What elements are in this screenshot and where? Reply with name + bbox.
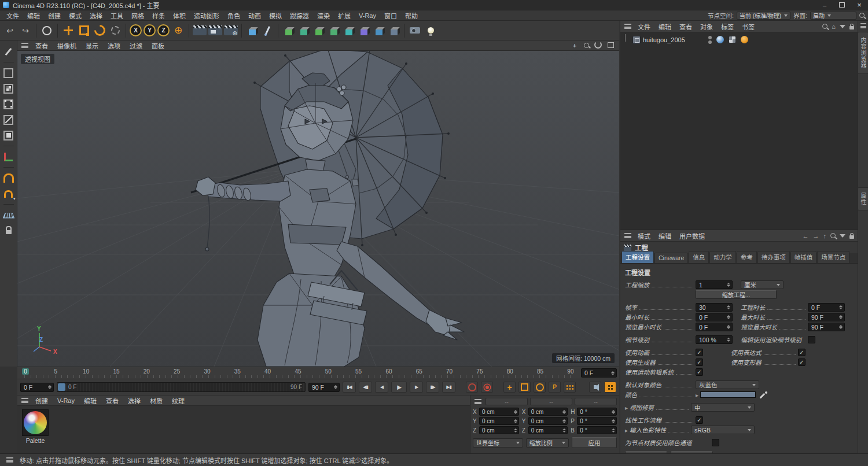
position-x-field[interactable]: 0 cm xyxy=(479,408,519,416)
mat-menu-create[interactable]: 创建 xyxy=(31,396,52,405)
tab-dynamics[interactable]: 动力学 xyxy=(709,251,736,263)
enable-snap-icon[interactable] xyxy=(2,172,15,184)
size-x-field[interactable]: 0 cm xyxy=(528,408,568,416)
am-menu-userdata[interactable]: 用户数据 xyxy=(676,231,708,241)
am-search-icon[interactable] xyxy=(830,233,836,238)
add-array-icon[interactable] xyxy=(311,23,326,38)
use-generators-checkbox[interactable] xyxy=(696,358,703,366)
viewport-rotate-icon[interactable] xyxy=(594,41,602,50)
add-subdivision-surface-icon[interactable] xyxy=(281,23,296,38)
lod-field[interactable]: 100 % xyxy=(696,335,733,344)
rotation-b-field[interactable]: 0 ° xyxy=(577,426,617,434)
am-up-icon[interactable]: ↑ xyxy=(823,232,827,239)
render-lod-checkbox[interactable] xyxy=(808,336,815,343)
point-mode-icon[interactable] xyxy=(2,98,15,110)
om-lock-icon[interactable] xyxy=(849,26,854,29)
view-clipping-expander-icon[interactable] xyxy=(625,404,630,411)
om-menu-edit[interactable]: 编辑 xyxy=(655,22,675,31)
vp-menu-options[interactable]: 选项 xyxy=(104,41,124,50)
render-view-icon[interactable] xyxy=(192,23,207,38)
viewport-canvas[interactable]: Y X Z 透视视图 网格间隔: 10000 cm xyxy=(17,51,619,367)
dock-tab-attributes[interactable]: 属性 xyxy=(858,187,868,210)
uvw-tag-icon[interactable] xyxy=(729,36,736,43)
attribute-menu-icon[interactable] xyxy=(624,233,631,238)
viewport-menu-icon[interactable] xyxy=(21,43,28,48)
tab-interpolation[interactable]: 帧插值 xyxy=(790,251,817,263)
viewport-zoom-icon[interactable] xyxy=(583,42,589,49)
om-search-icon[interactable] xyxy=(822,24,827,29)
axis-lock-x-button[interactable]: X xyxy=(130,24,142,36)
menu-spline[interactable]: 样条 xyxy=(148,11,169,20)
power-slider-handle[interactable] xyxy=(58,383,65,391)
input-color-dropdown[interactable]: sRGB xyxy=(691,426,755,434)
material-thumbnail[interactable] xyxy=(22,409,49,436)
menu-window[interactable]: 窗口 xyxy=(380,11,401,20)
om-filter-icon[interactable] xyxy=(840,25,845,28)
record-pla-icon[interactable] xyxy=(564,382,576,393)
apply-button[interactable]: 应用 xyxy=(572,437,617,448)
record-scale-icon[interactable] xyxy=(518,382,531,393)
mat-menu-edit[interactable]: 编辑 xyxy=(80,396,101,405)
view-clipping-dropdown[interactable]: 中 xyxy=(691,403,755,412)
lock-workplane-icon[interactable] xyxy=(2,224,15,237)
menu-select[interactable]: 选择 xyxy=(86,11,106,20)
autokey-icon[interactable] xyxy=(481,382,493,393)
add-light-icon[interactable] xyxy=(423,23,438,38)
menu-help[interactable]: 帮助 xyxy=(401,11,422,20)
mat-menu-texture[interactable]: 纹理 xyxy=(168,396,189,405)
am-menu-edit[interactable]: 编辑 xyxy=(655,231,675,241)
object-row[interactable]: huitugou_2005 xyxy=(625,35,858,45)
tab-scene-nodes[interactable]: 场景节点 xyxy=(817,251,849,263)
goto-start-icon[interactable] xyxy=(343,382,356,393)
add-deformer-icon[interactable] xyxy=(356,23,371,38)
add-camera-icon[interactable] xyxy=(407,23,422,38)
project-time-field[interactable]: 0 F xyxy=(808,303,845,312)
am-back-icon[interactable]: ← xyxy=(803,232,809,239)
status-menu-icon[interactable] xyxy=(6,457,13,463)
dock-tab-content-browser[interactable]: 内容浏览器 xyxy=(858,32,868,74)
mat-menu-view[interactable]: 查看 xyxy=(102,396,123,405)
default-color-dropdown[interactable]: 灰蓝色 xyxy=(696,380,759,389)
texture-mode-icon[interactable] xyxy=(2,82,15,95)
scale-tool-icon[interactable] xyxy=(76,23,91,38)
model-mode-icon[interactable] xyxy=(2,66,15,79)
record-position-icon[interactable] xyxy=(503,382,516,393)
visibility-toggles[interactable] xyxy=(708,36,712,44)
record-keyframe-icon[interactable] xyxy=(466,382,478,393)
object-tree[interactable]: huitugou_2005 xyxy=(620,32,858,230)
search-icon[interactable] xyxy=(859,13,865,18)
menu-volume[interactable]: 体积 xyxy=(169,11,190,20)
next-frame-icon[interactable] xyxy=(410,382,423,393)
scale-mode-dropdown[interactable]: 缩放比例 xyxy=(526,438,569,447)
viewport-maximize-icon[interactable] xyxy=(606,42,615,49)
interface-dropdown[interactable]: 启动 xyxy=(810,12,856,20)
menu-animate[interactable]: 动画 xyxy=(244,11,265,20)
menu-create[interactable]: 创建 xyxy=(44,11,65,20)
project-scale-unit-dropdown[interactable]: 厘米 xyxy=(741,280,784,289)
linear-workflow-checkbox[interactable] xyxy=(696,416,703,424)
menu-simulate[interactable]: 模拟 xyxy=(265,11,286,20)
tab-project-settings[interactable]: 工程设置 xyxy=(621,251,654,263)
om-menu-bookmarks[interactable]: 书签 xyxy=(738,22,758,31)
current-frame-marker[interactable]: 0 xyxy=(22,368,29,375)
maximize-button[interactable] xyxy=(833,0,851,10)
coordinate-system-icon[interactable] xyxy=(171,23,186,38)
tab-todo[interactable]: 待办事项 xyxy=(757,251,790,263)
previous-frame-icon[interactable] xyxy=(375,382,388,393)
am-menu-mode[interactable]: 模式 xyxy=(634,231,654,241)
object-name[interactable]: huitugou_2005 xyxy=(643,36,691,43)
last-tool-icon[interactable] xyxy=(108,23,123,38)
coordinate-space-dropdown[interactable]: 世界坐标 xyxy=(473,438,523,447)
power-slider[interactable]: 0 F 90 F xyxy=(57,382,306,392)
tab-info[interactable]: 信息 xyxy=(689,251,709,263)
menu-character[interactable]: 角色 xyxy=(223,11,244,20)
edge-mode-icon[interactable] xyxy=(2,113,15,126)
node-space-dropdown[interactable]: 当前 (标准/物理) xyxy=(737,12,790,20)
redo-icon[interactable] xyxy=(18,23,33,38)
om-home-icon[interactable]: ⌂ xyxy=(832,23,836,30)
use-expressions-checkbox[interactable] xyxy=(798,349,806,356)
axis-lock-y-button[interactable]: Y xyxy=(144,24,156,36)
om-menu-tags[interactable]: 标签 xyxy=(718,22,737,31)
rotate-tool-icon[interactable] xyxy=(92,23,107,38)
workplane-mode-icon[interactable] xyxy=(2,209,15,221)
